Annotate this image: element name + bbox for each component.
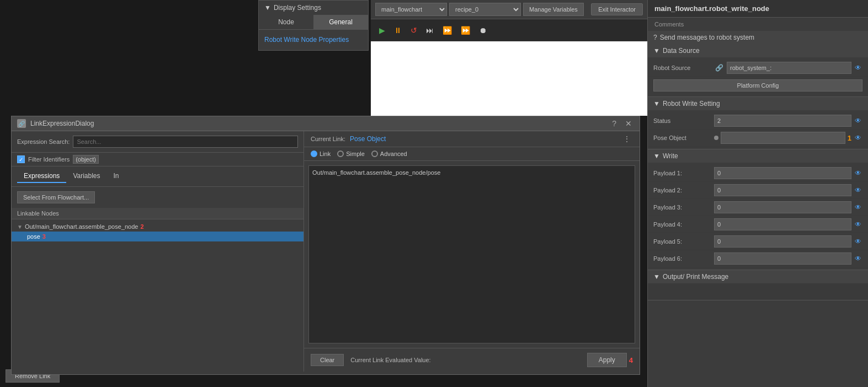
more-options-button[interactable]: ⋮ [621, 135, 633, 143]
linkable-nodes-label: Linkable Nodes [12, 208, 303, 219]
comments-label: Comments [648, 18, 868, 31]
platform-config-button[interactable]: Platform Config [653, 79, 862, 92]
right-panel: main_flowchart.robot_write_node Comments… [647, 0, 868, 387]
robot-write-setting-content: Status 👁 Pose Object 1 👁 [648, 110, 868, 149]
robot-source-eye-btn[interactable]: 👁 [854, 63, 862, 73]
link-radio[interactable]: Link [311, 150, 331, 157]
filter-checkbox[interactable]: ✓ [17, 155, 25, 163]
triangle-icon: ▼ [264, 4, 271, 12]
tab-node[interactable]: Node [259, 15, 313, 29]
collapse-icon: ▼ [653, 47, 660, 55]
current-link-label: Current Link: [311, 136, 345, 142]
payload2-eye[interactable]: 👁 [854, 185, 862, 195]
display-settings-title: Display Settings [274, 4, 321, 12]
payload3-input[interactable] [714, 201, 851, 213]
payload4-eye[interactable]: 👁 [854, 219, 862, 229]
payload5-input[interactable] [714, 235, 851, 248]
robot-write-setting-header[interactable]: ▼ Robot Write Setting [648, 97, 868, 110]
tab-in[interactable]: In [107, 170, 126, 183]
pose-object-eye-btn[interactable]: 👁 [854, 133, 862, 143]
tab-expressions[interactable]: Expressions [17, 170, 66, 183]
status-value-container: 👁 [714, 115, 862, 127]
tree-item-assemble-pose-node[interactable]: ▼ Out/main_flowchart.assemble_pose_node … [12, 222, 303, 232]
clear-button[interactable]: Clear [311, 354, 344, 366]
search-input[interactable] [73, 136, 298, 148]
payload1-input[interactable] [714, 167, 851, 179]
payload6-label: Payload 6: [653, 255, 714, 262]
pause-button[interactable]: ⏸ [391, 24, 404, 36]
tree-item-pose[interactable]: pose 3 [12, 232, 303, 241]
data-source-header[interactable]: ? Send messages to robot system [648, 31, 868, 44]
payload5-eye[interactable]: 👁 [854, 237, 862, 246]
tree-item-label: Out/main_flowchart.assemble_pose_node [25, 223, 138, 230]
advanced-radio[interactable]: Advanced [371, 150, 407, 157]
robot-source-input[interactable] [727, 62, 851, 74]
payload5-label: Payload 5: [653, 238, 714, 245]
output-content [648, 283, 868, 300]
dialog-titlebar: 🔗 LinkExpressionDialog ? ✕ [12, 116, 640, 131]
dialog-icon: 🔗 [17, 119, 26, 128]
collapse-icon3: ▼ [653, 152, 660, 160]
pose-object-badge: 1 [848, 134, 851, 142]
flowchart-select[interactable]: main_flowchart [375, 3, 447, 16]
dialog-close-button[interactable]: ✕ [623, 119, 634, 128]
pose-object-dot [714, 136, 718, 140]
manage-variables-button[interactable]: Manage Variables [523, 3, 584, 16]
step-button[interactable]: ⏭ [423, 24, 436, 36]
simple-radio[interactable]: Simple [337, 150, 365, 157]
flowchart-toolbar: main_flowchart recipe_0 Manage Variables… [371, 0, 647, 19]
exit-interactor-button[interactable]: Exit Interactor [591, 3, 643, 15]
flowchart-canvas [371, 41, 647, 116]
payload2-input[interactable] [714, 184, 851, 196]
payload4-row: Payload 4: 👁 [648, 216, 868, 233]
output-header[interactable]: ▼ Output/ Print Message [648, 270, 868, 283]
right-panel-title: main_flowchart.robot_write_node [648, 0, 868, 18]
status-input[interactable] [714, 115, 851, 127]
write-header[interactable]: ▼ Write [648, 149, 868, 163]
fast-forward-button[interactable]: ⏩ [440, 24, 455, 36]
payload6-eye[interactable]: 👁 [854, 254, 862, 264]
robot-write-setting-section: ▼ Robot Write Setting Status 👁 Pose Obje… [648, 97, 868, 149]
tree-area: ▼ Out/main_flowchart.assemble_pose_node … [12, 219, 303, 372]
dialog-left-panel: Expression Search: ✓ Filter Identifiers … [12, 131, 304, 372]
apply-button[interactable]: Apply [587, 353, 627, 367]
status-label: Status [653, 117, 714, 124]
recipe-select[interactable]: recipe_0 [449, 3, 521, 16]
data-source-title[interactable]: ▼ Data Source [648, 44, 868, 57]
payload4-input[interactable] [714, 218, 851, 230]
link-expression-dialog: 🔗 LinkExpressionDialog ? ✕ Expression Se… [11, 116, 640, 375]
select-flowchart-button[interactable]: Select From Flowchart... [17, 191, 95, 203]
data-source-section: ? Send messages to robot system ▼ Data S… [648, 31, 868, 97]
record-button[interactable]: ⏺ [476, 24, 489, 36]
dialog-title: LinkExpressionDialog [30, 120, 605, 127]
status-eye-btn[interactable]: 👁 [854, 116, 862, 126]
robot-write-node-link[interactable]: Robot Write Node Properties [264, 35, 363, 45]
play-button[interactable]: ▶ [376, 24, 388, 36]
tab-general[interactable]: General [313, 15, 368, 29]
pose-object-input[interactable] [721, 132, 845, 144]
payload6-input[interactable] [714, 252, 851, 265]
payload3-eye[interactable]: 👁 [854, 202, 862, 212]
robot-write-setting-label: Robot Write Setting [663, 100, 720, 108]
status-row: Status 👁 [648, 112, 868, 130]
payload1-row: Payload 1: 👁 [648, 165, 868, 182]
expression-text: Out/main_flowchart.assemble_pose_node/po… [312, 169, 440, 176]
current-link-bar: Current Link: Pose Object ⋮ [304, 131, 640, 147]
link-radio-dot [311, 150, 317, 157]
dialog-right-panel: Current Link: Pose Object ⋮ Link Simple … [304, 131, 640, 372]
link-options: Link Simple Advanced [304, 147, 640, 161]
robot-source-icon-btn[interactable]: 🔗 [714, 63, 725, 73]
dialog-bottom: Clear Current Link Evaluated Value: Appl… [304, 348, 640, 372]
reset-button[interactable]: ↺ [408, 24, 420, 36]
output-label: Output/ Print Message [663, 273, 728, 281]
tree-arrow-icon: ▼ [17, 224, 23, 230]
collapse-icon2: ▼ [653, 100, 660, 108]
tab-variables[interactable]: Variables [66, 170, 106, 183]
forward-button[interactable]: ⏩ [458, 24, 473, 36]
display-settings-body: Robot Write Node Properties [259, 30, 368, 50]
filter-identifiers-label: Filter Identifiers [28, 156, 70, 163]
payload1-eye[interactable]: 👁 [854, 168, 862, 178]
display-settings-tabs: Node General [259, 15, 368, 30]
data-source-label: Send messages to robot system [660, 34, 754, 41]
dialog-help-button[interactable]: ? [610, 119, 619, 128]
